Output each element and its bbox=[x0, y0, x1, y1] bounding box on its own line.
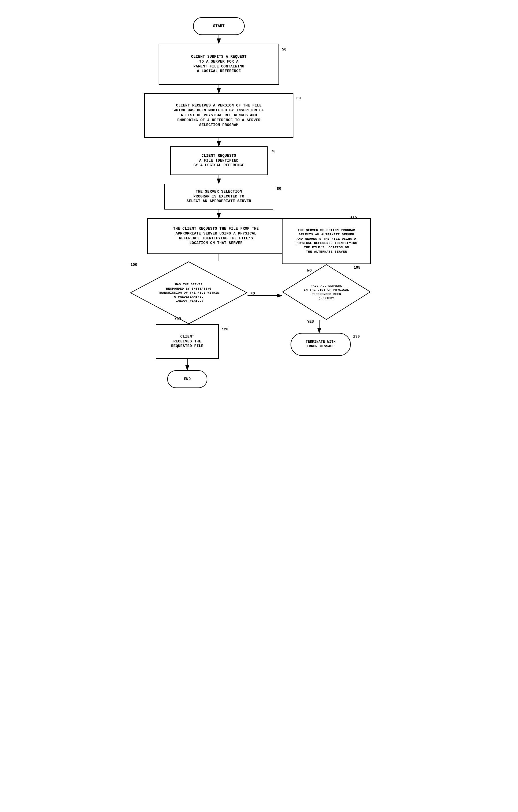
no-label-1: NO bbox=[250, 291, 255, 296]
no-label-2: NO bbox=[307, 268, 312, 273]
label-110: 110 bbox=[350, 216, 357, 220]
yes-label-1: YES bbox=[174, 316, 181, 321]
diamond-100: HAS THE SERVER RESPONDED BY INITIATING T… bbox=[130, 261, 247, 324]
box-110: THE SERVER SELECTION PROGRAM SELECTS AN … bbox=[282, 218, 371, 264]
diamond-105: HAVE ALL SERVERS IN THE LIST OF PHYSICAL… bbox=[282, 264, 371, 320]
terminate-130: TERMINATE WITH ERROR MESSAGE bbox=[291, 333, 351, 356]
label-60: 60 bbox=[296, 96, 301, 100]
label-120: 120 bbox=[222, 327, 228, 331]
box-120: CLIENT RECEIVES THE REQUESTED FILE bbox=[156, 324, 219, 359]
box-50: CLIENT SUBMITS A REQUEST TO A SERVER FOR… bbox=[159, 44, 279, 85]
box-70: CLIENT REQUESTS A FILE IDENTIFIED BY A L… bbox=[170, 146, 268, 175]
label-105: 105 bbox=[354, 265, 360, 270]
end-shape: END bbox=[167, 370, 207, 388]
label-80: 80 bbox=[277, 186, 281, 191]
start-shape: START bbox=[193, 17, 245, 35]
label-50: 50 bbox=[282, 47, 286, 52]
label-100: 100 bbox=[130, 263, 137, 267]
yes-label-2: YES bbox=[307, 319, 314, 324]
label-70: 70 bbox=[271, 149, 276, 153]
label-130: 130 bbox=[353, 335, 360, 339]
box-80: THE SERVER SELECTION PROGRAM IS EXECUTED… bbox=[164, 184, 273, 209]
box-60: CLIENT RECEIVES A VERSION OF THE FILE WH… bbox=[144, 93, 294, 138]
flowchart-diagram: START CLIENT SUBMITS A REQUEST TO A SERV… bbox=[130, 11, 388, 801]
box-90: THE CLIENT REQUESTS THE FILE FROM THE AP… bbox=[147, 218, 285, 254]
